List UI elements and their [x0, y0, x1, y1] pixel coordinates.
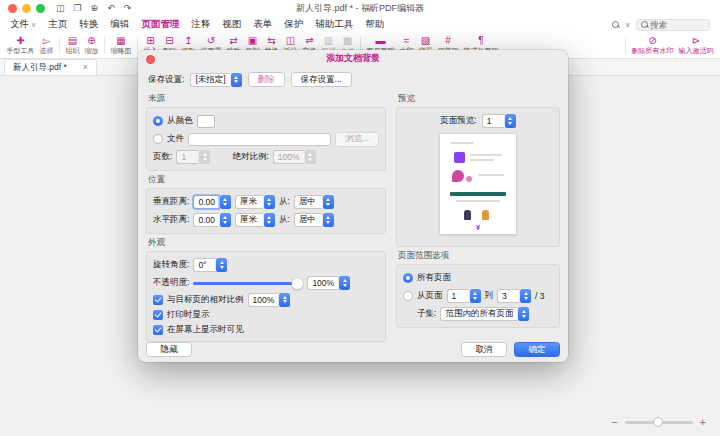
- remove-watermarks-icon: ⊘: [648, 36, 656, 46]
- tool-zoom[interactable]: ⊕ 缩放: [82, 32, 101, 58]
- menu-tab-home[interactable]: 主页: [48, 18, 67, 31]
- tool-remove-all-watermarks[interactable]: ⊘ 删除所有水印: [629, 32, 676, 58]
- menu-tab-comment[interactable]: 注释: [191, 18, 210, 31]
- opacity-stepper[interactable]: 100%: [307, 276, 350, 290]
- duplicate-page-icon: ▣: [248, 36, 257, 46]
- relative-scale-label: 与目标页的相对比例: [167, 294, 244, 306]
- from-color-radio[interactable]: [153, 116, 163, 126]
- dropdown-arrows-icon: [264, 195, 275, 209]
- relative-scale-stepper[interactable]: 100%: [248, 293, 291, 307]
- position-panel: 垂直距离: 0.00 厘米 从: 居中: [146, 188, 386, 234]
- cancel-button[interactable]: 取消: [461, 342, 507, 357]
- ok-button[interactable]: 确定: [514, 342, 560, 357]
- rotation-stepper[interactable]: 0°: [193, 258, 227, 272]
- color-swatch[interactable]: [197, 115, 215, 128]
- source-heading: 来源: [148, 93, 386, 105]
- tool-hand[interactable]: ✚ 手型工具: [4, 32, 37, 58]
- preview-text-line: [478, 174, 504, 176]
- relative-scale-checkbox[interactable]: [153, 295, 163, 305]
- total-pages-label: / 3: [535, 291, 544, 301]
- chevron-down-icon[interactable]: ∨: [625, 21, 630, 29]
- menu-tab-view[interactable]: 视图: [222, 18, 241, 31]
- vertical-anchor-dropdown[interactable]: 居中: [294, 195, 334, 209]
- show-when-printing-checkbox[interactable]: [153, 310, 163, 320]
- page-range-radio[interactable]: [403, 291, 413, 301]
- pages-panel-icon[interactable]: ❐: [74, 4, 82, 13]
- slider-knob[interactable]: [292, 278, 303, 289]
- menu-tab-help[interactable]: 帮助: [365, 18, 384, 31]
- save-setting-button[interactable]: 保存设置...: [291, 72, 352, 87]
- split-page-icon: ◫: [286, 36, 295, 46]
- zoom-out-button[interactable]: −: [611, 417, 617, 428]
- opacity-slider[interactable]: [193, 278, 303, 289]
- thumbnails-icon: ▦: [116, 36, 125, 46]
- dialog-close-button[interactable]: [146, 55, 155, 64]
- reverse-pages-icon: ↺: [207, 36, 215, 46]
- tool-select[interactable]: ▻ 选择: [37, 32, 56, 58]
- menu-tab-convert[interactable]: 转换: [79, 18, 98, 31]
- stepper-arrows-icon: [305, 150, 316, 164]
- menu-tab-form[interactable]: 表单: [253, 18, 272, 31]
- horizontal-distance-label: 水平距离:: [153, 214, 189, 226]
- delete-page-icon: ⊟: [165, 36, 173, 46]
- minimize-window-button[interactable]: [22, 4, 31, 13]
- preview-text-line: [470, 154, 502, 156]
- menu-tab-edit[interactable]: 编辑: [110, 18, 129, 31]
- browse-button[interactable]: 浏览...: [335, 132, 379, 147]
- chevron-down-icon: ∨: [31, 21, 36, 29]
- vertical-distance-stepper[interactable]: 0.00: [193, 195, 231, 209]
- tool-thumbnails[interactable]: ▦ 缩略图: [108, 32, 134, 58]
- header-footer-icon: ▬: [376, 36, 386, 46]
- tool-organize[interactable]: ▤ 组织: [63, 32, 82, 58]
- zoom-slider-knob[interactable]: [653, 417, 663, 427]
- menu-tab-file[interactable]: 文件 ∨: [10, 18, 36, 31]
- close-window-button[interactable]: [8, 4, 17, 13]
- sidebar-toggle-icon[interactable]: ◫: [56, 4, 65, 13]
- stepper-arrows-icon: [216, 258, 227, 272]
- search-input[interactable]: [650, 20, 705, 30]
- hide-button[interactable]: 隐藏: [146, 342, 192, 357]
- subset-dropdown[interactable]: 范围内的所有页面: [440, 307, 529, 321]
- range-to-stepper[interactable]: 3: [497, 289, 531, 303]
- zoom-window-button[interactable]: [36, 4, 45, 13]
- page-range-panel: 所有页面 从页面 1 到 3 / 3: [396, 264, 560, 328]
- add-icon[interactable]: ⊕: [91, 4, 99, 13]
- range-from-stepper[interactable]: 1: [447, 289, 481, 303]
- tab-close-icon[interactable]: ×: [83, 63, 88, 72]
- to-label: 到: [485, 290, 494, 302]
- find-icon[interactable]: [612, 21, 619, 28]
- page-number-stepper[interactable]: 1: [176, 150, 210, 164]
- vertical-unit-dropdown[interactable]: 厘米: [235, 195, 275, 209]
- extract-page-icon: ↥: [184, 36, 192, 46]
- preview-figure: [482, 210, 489, 220]
- show-when-printing-label: 打印时显示: [167, 309, 210, 321]
- zoom-in-button[interactable]: +: [700, 417, 706, 428]
- horizontal-distance-stepper[interactable]: 0.00: [193, 213, 231, 227]
- search-box[interactable]: [636, 19, 710, 31]
- horizontal-unit-dropdown[interactable]: 厘米: [235, 213, 275, 227]
- preview-page-stepper[interactable]: 1: [482, 114, 516, 128]
- traffic-lights: [8, 4, 45, 13]
- menu-tab-accessibility[interactable]: 辅助工具: [315, 18, 353, 31]
- delete-setting-button[interactable]: 删除: [248, 72, 285, 87]
- show-on-screen-checkbox[interactable]: [153, 325, 163, 335]
- undo-icon[interactable]: ↶: [107, 4, 115, 13]
- menu-tab-page-organize[interactable]: 页面管理: [141, 18, 179, 31]
- all-pages-radio[interactable]: [403, 273, 413, 283]
- stepper-arrows-icon: [470, 289, 481, 303]
- horizontal-anchor-dropdown[interactable]: 居中: [294, 213, 334, 227]
- from-file-radio[interactable]: [153, 134, 163, 144]
- file-path-input[interactable]: [188, 133, 331, 146]
- preview-page-thumbnail: ¥: [440, 134, 516, 234]
- toolbar-divider: [137, 37, 138, 54]
- replace-page-icon: ⇆: [267, 36, 275, 46]
- document-tab[interactable]: 新人引导.pdf * ×: [4, 59, 97, 75]
- search-icon: [641, 21, 647, 28]
- tool-enter-activation-code[interactable]: ⊳ 输入激活码: [676, 32, 716, 58]
- absolute-scale-stepper[interactable]: 100%: [273, 150, 316, 164]
- swap-pages-icon: ⇌: [305, 36, 313, 46]
- saved-settings-dropdown[interactable]: [未指定]: [190, 73, 241, 87]
- menu-tab-protect[interactable]: 保护: [284, 18, 303, 31]
- redo-icon[interactable]: ↷: [124, 4, 132, 13]
- zoom-slider[interactable]: [625, 421, 693, 424]
